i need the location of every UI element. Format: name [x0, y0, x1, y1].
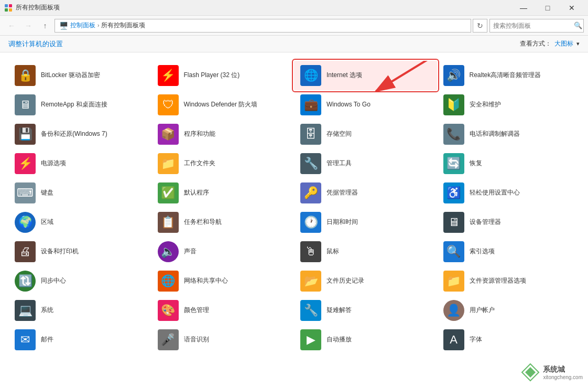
- items-grid: 🔒BitLocker 驱动器加密⚡Flash Player (32 位)🌐Int…: [8, 61, 580, 354]
- svg-rect-3: [9, 8, 12, 12]
- icon-keyboard: ⌨: [15, 182, 36, 203]
- icon-mgmt: 🔧: [300, 153, 321, 174]
- label-phone: 电话和调制解调器: [470, 130, 520, 138]
- watermark: 系统城 xitongcheng.com: [521, 363, 583, 382]
- grid-item-sync[interactable]: 🔃同步中心: [8, 266, 151, 296]
- grid-item-region[interactable]: 🌍区域: [8, 208, 151, 237]
- grid-item-defender[interactable]: 🛡Windows Defender 防火墙: [151, 90, 295, 120]
- icon-useraccount: 👤: [443, 300, 464, 321]
- close-button[interactable]: ✕: [560, 0, 584, 16]
- label-font: 字体: [470, 336, 482, 344]
- grid-item-default[interactable]: ✅默认程序: [151, 178, 295, 208]
- back-button[interactable]: ←: [4, 18, 19, 33]
- label-mail: 邮件: [41, 336, 53, 344]
- icon-windows-go: 💼: [300, 94, 321, 115]
- grid-item-sound[interactable]: 🔈声音: [151, 237, 295, 266]
- grid-item-network[interactable]: 🌐网络和共享中心: [151, 266, 295, 296]
- main-content: 🔒BitLocker 驱动器加密⚡Flash Player (32 位)🌐Int…: [0, 52, 588, 387]
- up-button[interactable]: ↑: [38, 18, 52, 33]
- label-trouble: 疑难解答: [326, 306, 352, 315]
- label-sound: 声音: [184, 248, 197, 256]
- icon-index: 🔍: [443, 241, 464, 262]
- watermark-sub: xitongcheng.com: [543, 374, 583, 380]
- grid-item-color[interactable]: 🎨颜色管理: [151, 296, 295, 325]
- grid-item-backup[interactable]: 💾备份和还原(Windows 7): [8, 120, 151, 149]
- grid-item-speech[interactable]: 🎤语音识别: [151, 325, 295, 354]
- address-path[interactable]: 🖥️ 控制面板 › 所有控制面板项: [55, 19, 471, 33]
- icon-power: ⚡: [15, 153, 36, 174]
- grid-item-phone[interactable]: 📞电话和调制解调器: [437, 120, 580, 149]
- maximize-button[interactable]: □: [536, 0, 560, 16]
- search-icon[interactable]: 🔍: [574, 22, 582, 29]
- grid-item-mouse[interactable]: 🖱鼠标: [294, 237, 437, 266]
- label-network: 网络和共享中心: [184, 277, 228, 285]
- grid-item-taskbar[interactable]: 📋任务栏和导航: [151, 208, 295, 237]
- grid-item-font[interactable]: A字体: [437, 325, 580, 354]
- grid-item-fileoption[interactable]: 📁文件资源管理器选项: [437, 266, 580, 296]
- grid-item-mail[interactable]: ✉邮件: [8, 325, 151, 354]
- label-credential: 凭据管理器: [326, 189, 358, 197]
- title-bar: 所有控制面板项 — □ ✕: [0, 0, 588, 16]
- grid-item-system[interactable]: 💻系统: [8, 296, 151, 325]
- path-separator: ›: [97, 23, 99, 28]
- icon-device-mgr: 🖥: [443, 212, 464, 233]
- view-mode-button[interactable]: 大图标: [554, 39, 573, 48]
- search-box[interactable]: 🔍: [489, 19, 584, 33]
- icon-network: 🌐: [158, 271, 179, 292]
- grid-item-flash[interactable]: ⚡Flash Player (32 位): [151, 61, 295, 90]
- label-keyboard: 键盘: [41, 189, 53, 197]
- grid-item-restore[interactable]: 🔄恢复: [437, 149, 580, 178]
- label-realtek: Realtek高清晰音频管理器: [470, 71, 541, 80]
- svg-rect-1: [9, 4, 12, 7]
- grid-item-bitlocker[interactable]: 🔒BitLocker 驱动器加密: [8, 61, 151, 90]
- label-sync: 同步中心: [41, 277, 66, 285]
- icon-mail: ✉: [15, 329, 36, 350]
- icon-phone: 📞: [443, 124, 464, 145]
- view-dropdown-icon[interactable]: ▾: [576, 40, 580, 47]
- grid-item-windows-go[interactable]: 💼Windows To Go: [294, 90, 437, 120]
- grid-item-trouble[interactable]: 🔧疑难解答: [294, 296, 437, 325]
- icon-credential: 🔑: [300, 182, 321, 203]
- forward-button[interactable]: →: [21, 18, 36, 33]
- grid-item-programs[interactable]: 📦程序和功能: [151, 120, 295, 149]
- grid-item-autoplay[interactable]: ▶自动播放: [294, 325, 437, 354]
- icon-region: 🌍: [15, 212, 36, 233]
- grid-item-device-mgr[interactable]: 🖥设备管理器: [437, 208, 580, 237]
- icon-storage: 🗄: [300, 124, 321, 145]
- grid-item-security[interactable]: 🔰安全和维护: [437, 90, 580, 120]
- grid-item-internet[interactable]: 🌐Internet 选项: [294, 61, 437, 90]
- grid-item-realtek[interactable]: 🔊Realtek高清晰音频管理器: [437, 61, 580, 90]
- search-input[interactable]: [493, 22, 572, 29]
- grid-item-power[interactable]: ⚡电源选项: [8, 149, 151, 178]
- adjust-label: 调整计算机的设置: [8, 39, 63, 49]
- refresh-button[interactable]: ↻: [473, 19, 487, 33]
- grid-item-ease[interactable]: ♿轻松使用设置中心: [437, 178, 580, 208]
- view-bar: 调整计算机的设置 查看方式： 大图标 ▾: [0, 36, 588, 52]
- grid-item-mgmt[interactable]: 🔧管理工具: [294, 149, 437, 178]
- address-bar: ← → ↑ 🖥️ 控制面板 › 所有控制面板项 ↻ 🔍: [0, 16, 588, 36]
- minimize-button[interactable]: —: [511, 0, 536, 16]
- grid-item-datetime[interactable]: 🕐日期和时间: [294, 208, 437, 237]
- icon-defender: 🛡: [158, 94, 179, 115]
- svg-rect-0: [5, 4, 8, 7]
- grid-item-index[interactable]: 🔍索引选项: [437, 237, 580, 266]
- label-defender: Windows Defender 防火墙: [184, 101, 258, 109]
- grid-item-keyboard[interactable]: ⌨键盘: [8, 178, 151, 208]
- icon-restore: 🔄: [443, 153, 464, 174]
- label-bitlocker: BitLocker 驱动器加密: [41, 71, 100, 80]
- label-filehistory: 文件历史记录: [326, 277, 364, 285]
- icon-security: 🔰: [443, 94, 464, 115]
- grid-item-filehistory[interactable]: 📂文件历史记录: [294, 266, 437, 296]
- label-speech: 语音识别: [184, 336, 209, 344]
- grid-item-storage[interactable]: 🗄存储空间: [294, 120, 437, 149]
- grid-item-folder[interactable]: 📁工作文件夹: [151, 149, 295, 178]
- path-icon: 🖥️: [59, 22, 68, 30]
- icon-bitlocker: 🔒: [15, 65, 36, 86]
- icon-datetime: 🕐: [300, 212, 321, 233]
- label-useraccount: 用户帐户: [470, 306, 495, 315]
- grid-item-credential[interactable]: 🔑凭据管理器: [294, 178, 437, 208]
- grid-item-printer[interactable]: 🖨设备和打印机: [8, 237, 151, 266]
- label-printer: 设备和打印机: [41, 248, 79, 256]
- grid-item-remote[interactable]: 🖥RemoteApp 和桌面连接: [8, 90, 151, 120]
- grid-item-useraccount[interactable]: 👤用户帐户: [437, 296, 580, 325]
